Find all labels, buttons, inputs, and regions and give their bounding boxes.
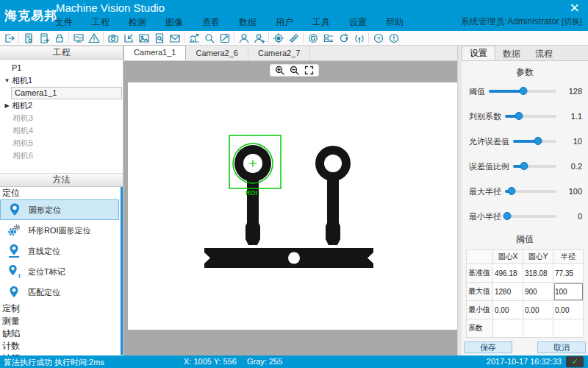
menu-help[interactable]: 帮助 [376,15,413,30]
project-settings-icon[interactable] [21,32,36,45]
pin-circle-icon [7,202,22,217]
threshold-section-header: 阈值 [462,233,588,246]
method-category-defect[interactable]: 缺陷 [0,328,123,340]
camera-tab-bar: Camera1_1 Camera2_6 Camera2_7 [123,46,457,61]
import-image-icon[interactable] [121,32,136,45]
switch-user-link[interactable]: [切换] [562,17,582,26]
method-item-line-locate[interactable]: 直线定位 [0,241,119,261]
method-item-locate-t-mark[interactable]: T 定位T标记 [0,261,119,282]
settings-gear-icon[interactable] [305,32,320,45]
part-right [315,146,351,245]
method-category-count[interactable]: 计数 [0,340,123,353]
discriminant-slider[interactable] [505,115,556,118]
menu-user[interactable]: 用户 [266,15,303,30]
max-radius-slider[interactable] [505,190,556,193]
method-category-locate[interactable]: 定位 [0,187,123,199]
tree-item-camera4[interactable]: 相机4 [0,124,123,137]
method-item-ring-roi-circle-locate[interactable]: 环形ROI圆形定位 [0,220,119,241]
slider-thumb[interactable] [534,137,542,145]
menu-inspect[interactable]: 检测 [119,15,156,30]
tree-item-camera2[interactable]: ▶ 相机2 [0,99,123,112]
tab-settings[interactable]: 设置 [462,46,495,60]
tree-item-camera6[interactable]: 相机6 [0,149,123,162]
method-category-measure[interactable]: 测量 [0,315,123,328]
tree-item-camera1[interactable]: ▼ 相机1 [0,74,123,87]
min-radius-slider[interactable] [505,215,556,218]
slider-thumb[interactable] [508,187,516,195]
slider-error-ratio: 误差值比例 0.2 [462,154,588,179]
user-add-icon[interactable] [251,32,267,45]
mail-icon[interactable] [167,32,182,45]
close-icon[interactable]: × [570,0,579,16]
target-icon[interactable] [270,32,286,45]
image-canvas[interactable]: ROI [123,61,457,355]
broadcast-icon[interactable] [351,32,367,45]
slider-thumb[interactable] [514,112,523,120]
sync-icon[interactable] [336,32,351,45]
slider-thumb[interactable] [519,87,527,95]
zoom-in-icon[interactable] [275,66,284,75]
menu-data[interactable]: 数据 [229,15,266,30]
method-item-circle-locate[interactable]: 圆形定位 [0,199,119,220]
menu-image[interactable]: 图像 [156,15,193,30]
layout-icon[interactable] [320,32,336,45]
warning-icon[interactable] [86,32,101,45]
slider-thumb[interactable] [503,212,511,220]
toolbar-separator [303,32,304,43]
tree-item-camera3[interactable]: 相机3 [0,112,123,124]
save-button[interactable]: 保存 [464,342,512,353]
report-search-icon[interactable] [151,32,167,45]
tab-data[interactable]: 数据 [495,47,528,60]
about-icon[interactable] [386,32,401,45]
roi-label: ROI [245,189,257,197]
ruler-icon[interactable] [286,32,301,45]
allowed-error-slider[interactable] [513,140,556,143]
methods-scrollbar[interactable] [121,187,123,355]
table-row-coefficient: 系数 [467,319,584,338]
focused-cell[interactable]: 100 [553,283,584,301]
tools-icon[interactable] [217,32,232,45]
tree-item-p1[interactable]: P1 [0,62,123,74]
col-radius: 半径 [553,250,584,264]
menu-settings[interactable]: 设置 [340,15,376,30]
cancel-button[interactable]: 取消 [537,342,586,353]
method-item-match-locate[interactable]: 匹配定位 [0,282,119,302]
methods-list: 定位 圆形定位 环形ROI圆形定位 直线定位 T 定位T标记 匹配定位 定制 测… [0,187,123,355]
tab-flow[interactable]: 流程 [528,47,560,60]
slider-thumb[interactable] [520,162,528,170]
collapse-arrow-icon[interactable]: ▶ [3,99,11,112]
inspection-image[interactable]: ROI [128,82,457,330]
image-icon[interactable] [136,32,151,45]
method-category-custom[interactable]: 定制 [0,302,123,315]
statistics-icon[interactable] [186,32,201,45]
exit-icon[interactable] [1,32,17,45]
menu-project[interactable]: 工程 [82,15,119,30]
zoom-out-icon[interactable] [290,66,299,75]
svg-text:T: T [18,273,21,279]
project-panel-header: 工程 [0,46,123,60]
monitor-icon[interactable] [71,32,86,45]
help-icon[interactable]: ? [370,32,386,45]
tree-item-camera5[interactable]: 相机5 [0,137,123,149]
slider-max-radius: 最大半径 100 [462,179,588,204]
project-export-icon[interactable] [36,32,51,45]
fit-view-icon[interactable] [304,66,314,75]
tree-item-camera1-1[interactable]: Camera1_1 [11,87,122,99]
user-icon[interactable] [236,32,251,45]
error-ratio-slider[interactable] [513,165,556,168]
zoom-toolbar [270,64,319,77]
search-icon[interactable] [201,32,217,45]
toolbar-separator [18,32,19,43]
camera-icon[interactable] [105,32,121,45]
menu-file[interactable]: 文件 [46,15,82,30]
tab-camera2-7[interactable]: Camera2_7 [248,46,310,60]
menu-tools[interactable]: 工具 [303,15,340,30]
project-tree: P1 ▼ 相机1 Camera1_1 ▶ 相机2 相机3 相机4 相机5 相机6 [0,60,123,173]
tab-camera2-6[interactable]: Camera2_6 [186,46,248,60]
menu-view[interactable]: 查看 [193,15,229,30]
expand-arrow-icon[interactable]: ▼ [3,74,11,87]
pin-t-icon: T [7,264,21,279]
tab-camera1-1[interactable]: Camera1_1 [123,45,186,60]
threshold-slider[interactable] [489,90,556,93]
lock-icon[interactable] [51,32,67,45]
